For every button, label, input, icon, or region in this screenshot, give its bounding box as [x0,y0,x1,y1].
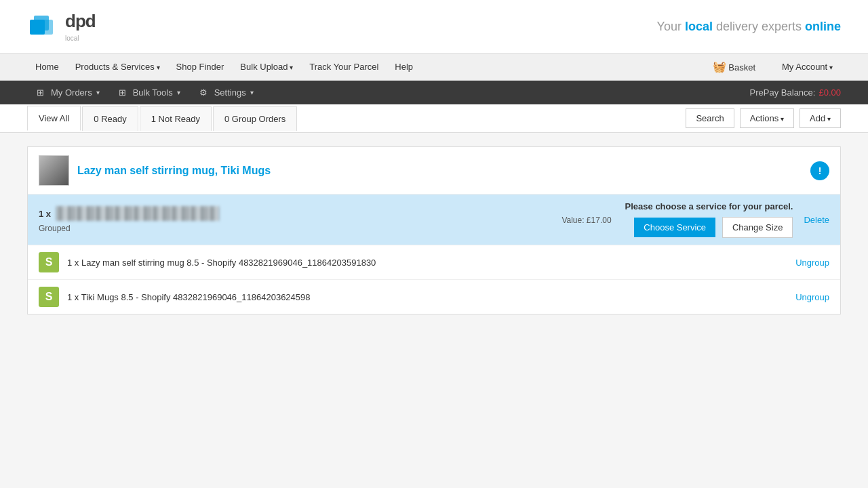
parcel-value: Value: £17.00 [561,216,611,225]
basket-link[interactable]: 🧺 Basket [705,54,764,80]
sub-nav-bulk-tools[interactable]: ⊞ Bulk Tools [109,81,190,104]
line-item-qty: 1 x [67,258,79,268]
main-content: Lazy man self stirring mug, Tiki Mugs ! … [0,133,868,404]
sub-nav: ⊞ My Orders ⊞ Bulk Tools ⚙ Settings PreP… [0,81,868,104]
service-message: Please choose a service for your parcel. [625,201,793,211]
line-item-description: Lazy man self stirring mug 8.5 - Shopify… [81,258,376,268]
tagline-prefix: Your [657,20,685,33]
add-button[interactable]: Add [800,108,841,128]
parcel-row: 1 x Grouped Value: £17.00 Please choose … [28,195,840,245]
change-size-button[interactable]: Change Size [722,217,793,238]
line-item-qty-2: 1 x [67,292,79,302]
delete-link[interactable]: Delete [804,215,829,225]
sub-nav-my-orders-label: My Orders [51,87,92,98]
line-item-description-2: Tiki Mugs 8.5 - Shopify 4832821969046_11… [81,292,311,302]
nav-track-parcel[interactable]: Track Your Parcel [301,55,387,79]
parcel-barcode-area: 1 x [39,206,219,221]
my-account-link[interactable]: My Account [774,55,841,79]
line-item-left: S 1 x Tiki Mugs 8.5 - Shopify 4832821969… [39,287,311,307]
parcel-value-area: Value: £17.00 [219,214,625,225]
sub-nav-my-orders[interactable]: ⊞ My Orders [27,81,109,104]
actions-button[interactable]: Actions [740,108,794,128]
filter-tabs: View All 0 Ready 1 Not Ready 0 Group Ord… [27,106,298,131]
logo-area: dpd local [27,10,96,43]
main-nav: Home Products & Services Shop Finder Bul… [0,54,868,81]
grouped-label: Grouped [39,224,219,233]
order-header: Lazy man self stirring mug, Tiki Mugs ! [28,147,840,195]
sub-nav-right: PrePay Balance: £0.00 [750,87,841,98]
sub-nav-bulk-tools-label: Bulk Tools [133,87,173,98]
tagline-local: local [685,20,713,33]
order-header-left: Lazy man self stirring mug, Tiki Mugs [39,155,271,186]
parcel-barcode [56,206,219,221]
tagline-online: online [805,20,841,33]
sub-nav-left: ⊞ My Orders ⊞ Bulk Tools ⚙ Settings [27,81,263,104]
parcel-service-area: Please choose a service for your parcel.… [625,201,793,238]
prepay-label: PrePay Balance: [750,87,816,98]
shopify-icon-2: S [39,287,59,307]
grid-icon-orders: ⊞ [37,87,44,98]
gear-icon: ⚙ [199,87,208,98]
tagline-middle: delivery experts [713,20,805,33]
sub-nav-settings[interactable]: ⚙ Settings [190,81,263,104]
tagline: Your local delivery experts online [657,20,841,34]
order-title[interactable]: Lazy man self stirring mug, Tiki Mugs [77,165,271,177]
parcel-row-left: 1 x Grouped [39,206,219,233]
choose-service-button[interactable]: Choose Service [634,218,715,237]
tab-ready[interactable]: 0 Ready [82,106,138,131]
line-item: S 1 x Lazy man self stirring mug 8.5 - S… [28,245,840,279]
shopify-icon: S [39,252,59,272]
nav-home[interactable]: Home [27,55,67,79]
logo-sub: local [65,35,79,42]
nav-help[interactable]: Help [387,55,421,79]
nav-shop-finder[interactable]: Shop Finder [168,55,233,79]
logo-dpd: dpd [65,11,96,32]
info-icon[interactable]: ! [810,161,829,180]
sub-nav-settings-label: Settings [214,87,246,98]
line-item-left: S 1 x Lazy man self stirring mug 8.5 - S… [39,252,376,272]
order-thumbnail [39,155,69,186]
main-nav-right: 🧺 Basket My Account [705,54,841,80]
parcel-count: 1 x [39,209,51,219]
order-thumb-image [39,156,68,185]
main-nav-left: Home Products & Services Shop Finder Bul… [27,55,421,79]
tab-group-orders[interactable]: 0 Group Orders [213,106,297,131]
dpd-logo-icon [27,10,60,43]
tab-view-all[interactable]: View All [27,106,81,131]
svg-rect-2 [38,20,53,35]
service-buttons: Choose Service Change Size [634,217,793,238]
filter-actions: Search Actions Add [686,104,841,132]
ungroup-link-2[interactable]: Ungroup [795,292,829,302]
nav-products-services[interactable]: Products & Services [67,55,168,79]
filter-bar: View All 0 Ready 1 Not Ready 0 Group Ord… [0,104,868,133]
line-item-desc-2: 1 x Tiki Mugs 8.5 - Shopify 483282196904… [67,292,311,302]
prepay-amount: £0.00 [818,87,841,98]
grid-icon-bulk: ⊞ [119,87,126,98]
basket-icon: 🧺 [713,61,726,73]
basket-label: Basket [728,62,755,73]
line-item: S 1 x Tiki Mugs 8.5 - Shopify 4832821969… [28,279,840,314]
search-button[interactable]: Search [686,108,734,128]
logo-text-group: dpd local [65,11,96,43]
top-header: dpd local Your local delivery experts on… [0,0,868,54]
line-item-desc: 1 x Lazy man self stirring mug 8.5 - Sho… [67,258,376,268]
tab-not-ready[interactable]: 1 Not Ready [140,106,212,131]
order-card: Lazy man self stirring mug, Tiki Mugs ! … [27,146,841,314]
ungroup-link-1[interactable]: Ungroup [795,258,829,268]
nav-bulk-upload[interactable]: Bulk Upload [232,55,301,79]
